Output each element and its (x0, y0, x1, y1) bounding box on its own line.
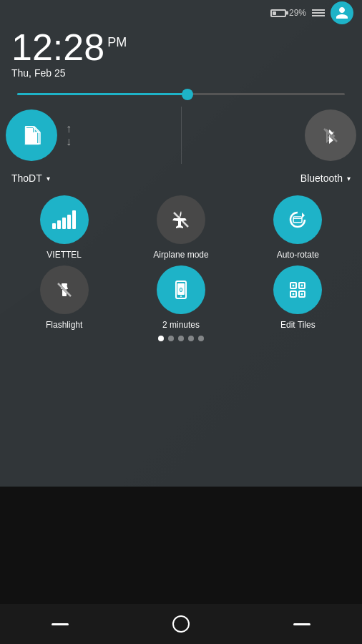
thodt-arrows: ↑ ↓ (66, 122, 72, 148)
clock-area: 12:28 PM Thu, Feb 25 (0, 26, 362, 87)
airplane-circle[interactable] (157, 195, 205, 244)
flashlight-tile[interactable]: Flashlight (29, 265, 100, 330)
timeout-label: 2 minutes (162, 320, 200, 330)
dot-3[interactable] (178, 336, 184, 341)
page-dots (0, 336, 362, 347)
back-button[interactable] (52, 623, 69, 625)
battery-fill (273, 11, 276, 15)
svg-rect-10 (62, 283, 67, 286)
edittiles-tile[interactable]: Edit Tiles (262, 265, 333, 330)
viettel-tile[interactable]: VIETTEL (29, 195, 100, 260)
status-right: 29% (270, 1, 353, 24)
brightness-row (0, 87, 362, 107)
svg-point-22 (301, 285, 303, 287)
svg-point-23 (293, 293, 295, 296)
brightness-fill (17, 93, 187, 95)
tiles-row-1: VIETTEL Airplane mode (0, 195, 362, 260)
bluetooth-label-wrap[interactable]: Bluetooth ▾ (300, 172, 351, 184)
label-row: ThoDT ▾ Bluetooth ▾ (0, 172, 362, 184)
svg-point-21 (293, 285, 295, 287)
svg-point-15 (180, 296, 182, 297)
autorotate-label: Auto-rotate (277, 250, 319, 260)
divider (181, 107, 182, 164)
edittiles-circle[interactable] (273, 265, 322, 314)
thodt-label: ThoDT (11, 172, 42, 184)
dot-4[interactable] (188, 336, 194, 341)
bar5 (72, 210, 76, 229)
airplane-tile[interactable]: Airplane mode (145, 195, 217, 260)
battery-container: 29% (270, 8, 306, 18)
autorotate-tile[interactable]: Auto-rotate (262, 195, 333, 260)
clock-date: Thu, Feb 25 (11, 67, 351, 79)
recent-button[interactable] (293, 623, 310, 625)
top-tiles-row: ↑ ↓ (0, 107, 362, 164)
flashlight-label: Flashlight (46, 320, 82, 330)
menu-icon[interactable] (312, 9, 325, 16)
thodt-circle[interactable] (6, 109, 57, 161)
tiles-row-2: Flashlight 0 2 minutes (0, 265, 362, 330)
viettel-circle[interactable] (40, 195, 89, 244)
clock-time: 12:28 PM (11, 29, 351, 66)
bar1 (52, 223, 56, 229)
recent-icon (293, 623, 310, 625)
dot-2[interactable] (168, 336, 174, 341)
home-button[interactable] (172, 615, 190, 633)
thodt-tile[interactable]: ↑ ↓ (6, 107, 170, 164)
avatar-icon[interactable] (331, 1, 353, 24)
bluetooth-dropdown[interactable]: ▾ (347, 175, 351, 182)
signal-bars (52, 210, 76, 229)
bar4 (67, 215, 71, 229)
autorotate-circle[interactable] (273, 195, 322, 244)
thodt-label-wrap[interactable]: ThoDT ▾ (11, 172, 50, 184)
clock-ampm: PM (107, 36, 127, 49)
timeout-tile[interactable]: 0 2 minutes (145, 265, 217, 330)
back-icon (52, 623, 69, 625)
phone-container: 29% 12:28 PM Thu, Feb 25 (0, 0, 362, 644)
brightness-thumb[interactable] (182, 89, 193, 100)
thodt-dropdown[interactable]: ▾ (47, 175, 50, 182)
timeout-circle[interactable]: 0 (157, 265, 205, 314)
airplane-label: Airplane mode (153, 250, 208, 260)
bluetooth-circle[interactable] (305, 109, 356, 161)
clock-hour-min: 12:28 (11, 29, 104, 66)
battery-icon (270, 9, 286, 17)
viettel-label: VIETTEL (47, 250, 82, 260)
bluetooth-label: Bluetooth (300, 172, 343, 184)
edittiles-label: Edit Tiles (280, 320, 315, 330)
notification-panel: 29% 12:28 PM Thu, Feb 25 (0, 0, 362, 487)
svg-text:0: 0 (179, 286, 182, 293)
svg-rect-6 (293, 217, 302, 223)
status-bar: 29% (0, 0, 362, 26)
bar2 (57, 220, 61, 229)
svg-point-24 (301, 293, 303, 296)
bar3 (62, 218, 66, 229)
dot-5[interactable] (198, 336, 204, 341)
dot-1[interactable] (158, 336, 164, 341)
nav-bar (0, 604, 362, 644)
battery-percent: 29% (289, 8, 306, 18)
flashlight-circle[interactable] (40, 265, 89, 314)
bluetooth-tile[interactable] (193, 109, 357, 161)
brightness-slider[interactable] (17, 93, 345, 95)
home-icon (172, 615, 190, 633)
